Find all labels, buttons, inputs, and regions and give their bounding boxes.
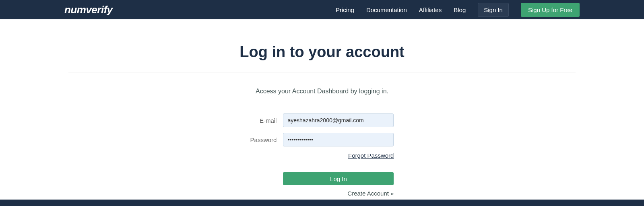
password-field[interactable] [283,133,394,146]
divider [68,72,576,72]
subtitle: Access your Account Dashboard by logging… [0,88,644,95]
create-account-link[interactable]: Create Account » [250,190,394,197]
signin-button[interactable]: Sign In [478,3,509,17]
logo[interactable]: numverify [64,4,113,16]
nav-documentation[interactable]: Documentation [366,6,407,13]
forgot-password-row: Forgot Password [250,152,394,159]
email-label: E-mail [260,117,277,124]
nav-pricing[interactable]: Pricing [336,6,354,13]
email-row: E-mail [250,113,394,127]
signup-button[interactable]: Sign Up for Free [521,3,580,17]
header: numverify Pricing Documentation Affiliat… [0,0,644,19]
nav-affiliates[interactable]: Affiliates [419,6,442,13]
email-field[interactable] [283,113,394,127]
footer-bar [0,200,644,206]
page-title: Log in to your account [0,43,644,61]
nav-blog[interactable]: Blog [454,6,466,13]
nav: Pricing Documentation Affiliates Blog Si… [336,3,580,17]
main-content: Log in to your account Access your Accou… [0,19,644,197]
password-row: Password [250,133,394,146]
login-button[interactable]: Log In [283,172,394,185]
login-form: E-mail Password Forgot Password Log In C… [250,113,394,197]
password-label: Password [250,136,277,143]
forgot-password-link[interactable]: Forgot Password [348,152,394,159]
